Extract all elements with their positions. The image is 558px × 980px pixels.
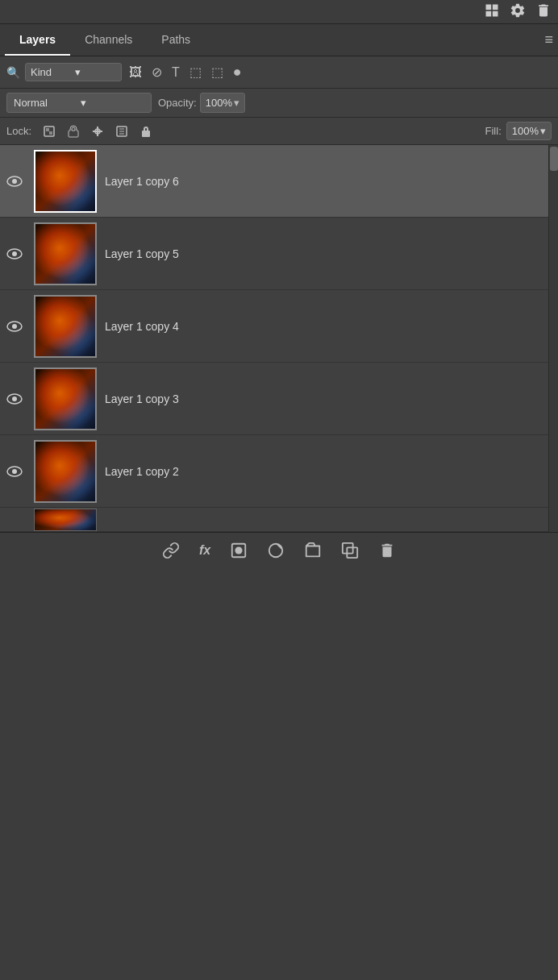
layer-name: Layer 1 copy 4 [105, 320, 555, 333]
chevron-down-icon: ▾ [540, 125, 546, 137]
lock-image-button[interactable] [64, 123, 83, 139]
layer-row[interactable]: Layer 1 copy 2 [0, 435, 558, 508]
layer-name: Layer 1 copy 5 [105, 247, 555, 260]
add-adjustment-button[interactable] [264, 538, 288, 563]
link-layers-button[interactable] [159, 538, 183, 563]
tab-paths[interactable]: Paths [147, 24, 205, 56]
chevron-down-icon: ▾ [81, 97, 144, 109]
layer-row[interactable]: Layer 1 copy 6 [0, 145, 558, 218]
svg-point-12 [12, 251, 17, 256]
layer-row[interactable] [0, 508, 558, 532]
arrange-icon[interactable] [484, 2, 500, 21]
svg-rect-1 [493, 5, 498, 10]
svg-rect-3 [493, 11, 498, 17]
top-toolbar [0, 0, 558, 24]
svg-rect-6 [49, 131, 52, 135]
layer-thumbnail [34, 222, 97, 285]
trash-icon[interactable] [535, 2, 552, 21]
layer-visibility-toggle[interactable] [3, 393, 26, 405]
fx-button[interactable]: fx [196, 540, 214, 561]
layer-name: Layer 1 copy 2 [105, 465, 555, 478]
adjustment-filter-icon[interactable]: ⊘ [149, 62, 164, 82]
chevron-down-icon: ▾ [234, 97, 239, 109]
bottom-toolbar: fx [0, 532, 558, 567]
layer-row[interactable]: Layer 1 copy 3 [0, 363, 558, 435]
layer-row[interactable]: Layer 1 copy 4 [0, 290, 558, 363]
layer-visibility-toggle[interactable] [3, 176, 26, 187]
svg-rect-5 [46, 128, 49, 131]
transform-filter-icon[interactable]: ⬚ [187, 62, 204, 82]
layers-panel: Layer 1 copy 6 Layer 1 copy 5 Layer 1 co… [0, 145, 558, 532]
layer-visibility-toggle[interactable] [3, 321, 26, 332]
layer-visibility-toggle[interactable] [3, 248, 26, 260]
add-group-button[interactable] [301, 538, 325, 563]
tab-layers[interactable]: Layers [5, 24, 70, 56]
svg-point-14 [12, 324, 17, 329]
layer-visibility-toggle[interactable] [3, 466, 26, 477]
vertical-scrollbar[interactable] [548, 145, 558, 532]
layer-thumbnail [34, 295, 97, 358]
panel-menu-button[interactable]: ≡ [544, 24, 553, 56]
fill-control: Fill: 100% ▾ [485, 122, 552, 140]
search-icon: 🔍 [6, 66, 20, 79]
opacity-control: Opacity: 100% ▾ [158, 93, 245, 113]
lock-all-button[interactable] [136, 123, 156, 139]
svg-rect-0 [486, 5, 492, 10]
delete-layer-button[interactable] [375, 538, 399, 563]
layer-thumbnail [34, 368, 97, 430]
lock-artboard-button[interactable] [112, 123, 131, 139]
tab-bar: Layers Channels Paths ≡ [0, 24, 558, 56]
blend-row: Normal ▾ Opacity: 100% ▾ [0, 89, 558, 118]
lock-row: Lock: Fill: 100% ▾ [0, 118, 558, 145]
add-mask-button[interactable] [227, 538, 251, 563]
svg-point-16 [12, 397, 17, 401]
layer-thumbnail [34, 509, 97, 531]
chevron-down-icon: ▾ [75, 66, 116, 78]
layer-thumbnail [34, 150, 97, 213]
type-filter-icon[interactable]: T [169, 63, 182, 82]
svg-point-18 [12, 469, 17, 474]
svg-point-20 [235, 546, 243, 554]
blend-mode-select[interactable]: Normal ▾ [6, 93, 152, 113]
lock-position-button[interactable] [88, 123, 107, 139]
scroll-thumb[interactable] [550, 147, 558, 171]
smart-filter-icon[interactable]: ⬚ [209, 62, 226, 82]
svg-point-10 [12, 179, 17, 184]
layer-name: Layer 1 copy 6 [105, 175, 555, 188]
tab-channels[interactable]: Channels [70, 24, 147, 56]
opacity-input[interactable]: 100% ▾ [200, 93, 245, 113]
pixel-filter-icon[interactable]: ● [231, 61, 244, 83]
layer-row[interactable]: Layer 1 copy 5 [0, 218, 558, 290]
filter-row: 🔍 Kind ▾ 🖼 ⊘ T ⬚ ⬚ ● [0, 56, 558, 89]
fill-input[interactable]: 100% ▾ [506, 122, 552, 140]
layer-name: Layer 1 copy 3 [105, 392, 555, 405]
layers-list: Layer 1 copy 6 Layer 1 copy 5 Layer 1 co… [0, 145, 558, 532]
image-filter-icon[interactable]: 🖼 [127, 63, 144, 82]
camera-icon[interactable] [510, 2, 526, 21]
layer-thumbnail [34, 440, 97, 503]
svg-rect-2 [486, 11, 492, 17]
lock-transparency-button[interactable] [40, 123, 59, 139]
duplicate-layer-button[interactable] [338, 538, 362, 563]
filter-kind-select[interactable]: Kind ▾ [25, 63, 122, 81]
